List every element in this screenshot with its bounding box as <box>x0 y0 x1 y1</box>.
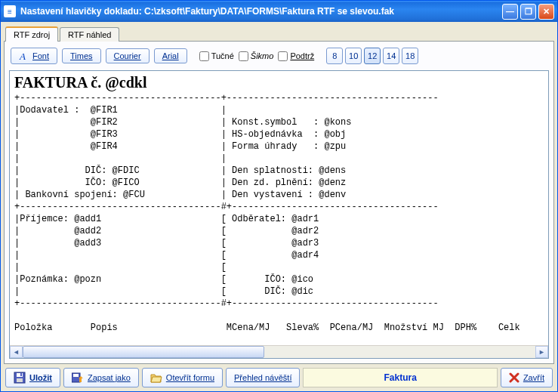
times-button[interactable]: Times <box>62 48 101 63</box>
invoice-heading: FAKTURA č. @cdkl <box>14 74 146 91</box>
editor-frame: FAKTURA č. @cdkl +----------------------… <box>9 70 549 359</box>
app-window: ≡ Nastavení hlavičky dokladu: C:\zksoft\… <box>0 0 558 392</box>
button-label: Courier <box>114 51 141 60</box>
close-icon <box>509 372 519 383</box>
app-icon: ≡ <box>4 5 16 17</box>
check-label: Podtrž <box>290 51 314 60</box>
button-label: Zapsat jako <box>88 373 131 382</box>
tab-content: A Font Times Courier Arial Tučné <box>4 41 554 364</box>
save-button[interactable]: Uložit <box>5 368 60 387</box>
size-12-button[interactable]: 12 <box>364 48 381 64</box>
size-8-button[interactable]: 8 <box>326 48 343 64</box>
tab-rtf-preview[interactable]: RTF náhled <box>60 27 119 42</box>
folder-open-icon <box>150 372 162 384</box>
open-form-button[interactable]: Otevřít formu <box>142 368 223 387</box>
button-label: Zavřít <box>523 373 544 382</box>
underline-checkbox[interactable]: Podtrž <box>278 51 314 61</box>
status-text: Faktura <box>384 372 416 383</box>
scroll-right-button[interactable]: ► <box>535 346 548 358</box>
editor-body: +-------------------------------------+-… <box>14 93 520 333</box>
save-as-button[interactable]: Zapsat jako <box>63 368 139 387</box>
svg-rect-4 <box>20 373 22 376</box>
rtf-editor[interactable]: FAKTURA č. @cdkl +----------------------… <box>10 71 548 345</box>
font-icon: A <box>19 51 29 61</box>
bottom-bar: Uložit Zapsat jako Otevřít formu Přehled… <box>4 364 554 388</box>
scroll-thumb[interactable] <box>23 346 264 358</box>
save-icon <box>14 372 26 384</box>
tabs: RTF zdroj RTF náhled <box>5 25 554 42</box>
courier-button[interactable]: Courier <box>106 48 150 63</box>
horizontal-scrollbar[interactable]: ◄ ► <box>10 345 548 358</box>
window-buttons: — ❐ ✕ <box>502 4 554 20</box>
tab-rtf-source[interactable]: RTF zdroj <box>5 26 58 42</box>
svg-rect-6 <box>73 374 79 377</box>
scroll-left-button[interactable]: ◄ <box>10 346 23 358</box>
titlebar: ≡ Nastavení hlavičky dokladu: C:\zksoft\… <box>1 1 557 22</box>
minimize-button[interactable]: — <box>502 4 518 20</box>
svg-text:A: A <box>19 51 26 61</box>
arial-button[interactable]: Arial <box>154 48 187 63</box>
italic-check-input[interactable] <box>239 51 248 61</box>
client-area: RTF zdroj RTF náhled A Font Times Courie… <box>1 22 557 391</box>
check-label: Šikmo <box>251 51 274 60</box>
scroll-track[interactable] <box>23 346 535 358</box>
check-label: Tučné <box>211 51 234 60</box>
maximize-button[interactable]: ❐ <box>520 4 536 20</box>
button-label: Font <box>32 51 49 60</box>
status-field: Faktura <box>303 368 497 387</box>
button-label: Uložit <box>29 373 52 382</box>
size-10-button[interactable]: 10 <box>345 48 362 64</box>
button-label: Otevřít formu <box>166 373 214 382</box>
tab-label: RTF zdroj <box>14 30 50 39</box>
underline-check-input[interactable] <box>278 51 288 61</box>
tab-label: RTF náhled <box>68 30 111 39</box>
close-window-button[interactable]: ✕ <box>538 4 554 20</box>
size-14-button[interactable]: 14 <box>383 48 399 64</box>
label-overview-button[interactable]: Přehled návěští <box>226 368 300 387</box>
bold-checkbox[interactable]: Tučné <box>199 51 234 61</box>
close-button[interactable]: Zavřít <box>501 368 553 387</box>
window-title: Nastavení hlavičky dokladu: C:\zksoft\Fa… <box>20 6 502 17</box>
button-label: Arial <box>162 51 179 60</box>
size-18-button[interactable]: 18 <box>402 48 418 64</box>
save-as-icon <box>72 372 84 384</box>
button-label: Times <box>70 51 93 60</box>
svg-rect-3 <box>17 378 23 382</box>
italic-checkbox[interactable]: Šikmo <box>239 51 274 61</box>
size-buttons: 8 10 12 14 18 <box>326 48 418 64</box>
button-label: Přehled návěští <box>234 373 291 382</box>
font-button[interactable]: A Font <box>11 48 57 64</box>
bold-check-input[interactable] <box>199 51 209 61</box>
toolbar: A Font Times Courier Arial Tučné <box>9 46 549 70</box>
